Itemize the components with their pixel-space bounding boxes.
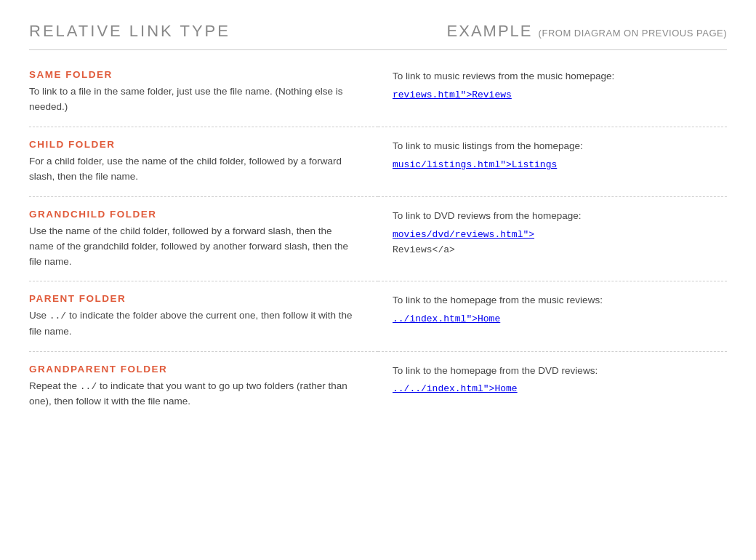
example-desc-grandchild-folder: To link to DVD reviews from the homepage… xyxy=(393,209,727,257)
left-cell-parent-folder: PARENT FOLDERUse ../ to indicate the fol… xyxy=(29,281,378,351)
header-left: RELATIVE LINK TYPE xyxy=(29,22,230,41)
row-desc-grandparent-folder: Repeat the ../ to indicate that you want… xyxy=(29,379,356,409)
example-desc-child-folder: To link to music listings from the homep… xyxy=(393,139,727,172)
content-grid: SAME FOLDERTo link to a file in the same… xyxy=(29,57,727,421)
right-cell-same-folder: To link to music reviews from the music … xyxy=(378,57,727,127)
row-desc-grandchild-folder: Use the name of the child folder, follow… xyxy=(29,224,356,270)
example-code-child-folder: music/listings.html">Listings xyxy=(393,157,727,172)
row-title-parent-folder: PARENT FOLDER xyxy=(29,293,356,304)
row-desc-child-folder: For a child folder, use the name of the … xyxy=(29,154,356,185)
row-desc-parent-folder: Use ../ to indicate the folder above the… xyxy=(29,308,356,339)
row-title-child-folder: CHILD FOLDER xyxy=(29,139,356,150)
header-right-main: EXAMPLE xyxy=(447,22,533,40)
row-title-grandparent-folder: GRANDPARENT FOLDER xyxy=(29,364,356,375)
right-cell-grandchild-folder: To link to DVD reviews from the homepage… xyxy=(378,197,727,282)
example-code-grandchild-folder: movies/dvd/reviews.html">Reviews</a> xyxy=(393,227,727,257)
header-right-sub: (from diagram on previous page) xyxy=(539,28,727,39)
header-row: RELATIVE LINK TYPE EXAMPLE (from diagram… xyxy=(29,22,727,50)
left-cell-same-folder: SAME FOLDERTo link to a file in the same… xyxy=(29,57,378,127)
page: RELATIVE LINK TYPE EXAMPLE (from diagram… xyxy=(0,0,756,560)
row-title-same-folder: SAME FOLDER xyxy=(29,69,356,80)
example-text-parent-folder: To link to the homepage from the music r… xyxy=(393,293,727,308)
right-cell-grandparent-folder: To link to the homepage from the DVD rev… xyxy=(378,352,727,421)
example-text-grandparent-folder: To link to the homepage from the DVD rev… xyxy=(393,364,727,379)
example-desc-same-folder: To link to music reviews from the music … xyxy=(393,69,727,103)
left-cell-child-folder: CHILD FOLDERFor a child folder, use the … xyxy=(29,127,378,197)
left-cell-grandchild-folder: GRANDCHILD FOLDERUse the name of the chi… xyxy=(29,197,378,282)
row-desc-same-folder: To link to a file in the same folder, ju… xyxy=(29,84,356,115)
example-text-grandchild-folder: To link to DVD reviews from the homepage… xyxy=(393,209,727,224)
example-text-same-folder: To link to music reviews from the music … xyxy=(393,69,727,84)
example-code-parent-folder: ../index.html">Home xyxy=(393,311,727,327)
header-right: EXAMPLE (from diagram on previous page) xyxy=(447,22,727,41)
example-desc-parent-folder: To link to the homepage from the music r… xyxy=(393,293,727,327)
example-code-grandparent-folder: ../../index.html">Home xyxy=(393,381,727,396)
example-text-child-folder: To link to music listings from the homep… xyxy=(393,139,727,154)
right-cell-child-folder: To link to music listings from the homep… xyxy=(378,127,727,197)
right-cell-parent-folder: To link to the homepage from the music r… xyxy=(378,281,727,351)
example-desc-grandparent-folder: To link to the homepage from the DVD rev… xyxy=(393,364,727,397)
example-code-same-folder: reviews.html">Reviews xyxy=(393,87,727,103)
row-title-grandchild-folder: GRANDCHILD FOLDER xyxy=(29,209,356,220)
left-cell-grandparent-folder: GRANDPARENT FOLDERRepeat the ../ to indi… xyxy=(29,352,378,421)
